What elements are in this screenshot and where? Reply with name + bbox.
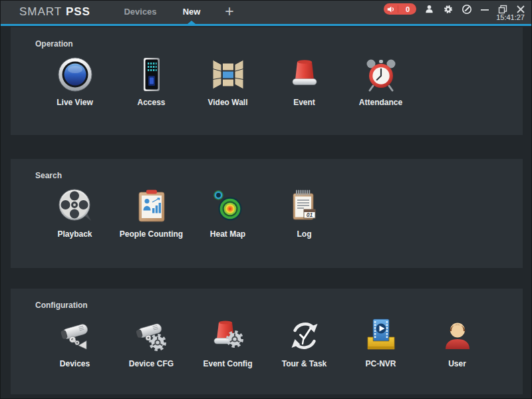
app-item-event[interactable]: Event	[266, 56, 342, 107]
system-clock: 15:41:27	[496, 13, 525, 21]
app-item-label: Live View	[57, 98, 92, 107]
app-item-access[interactable]: Access	[113, 56, 190, 107]
active-tab-notch	[188, 21, 196, 24]
heat-map-icon	[209, 188, 247, 225]
app-item-devices[interactable]: Devices	[37, 317, 113, 368]
speaker-icon	[385, 3, 396, 15]
people-counting-icon	[133, 188, 170, 225]
section-configuration: Configuration Devices Device CFG Event C…	[11, 289, 523, 394]
app-item-label: Access	[137, 98, 165, 107]
app-item-label: Log	[297, 229, 312, 239]
app-item-heat-map[interactable]: Heat Map	[190, 188, 266, 239]
app-item-label: Playback	[57, 229, 92, 239]
app-item-pc-nvr[interactable]: PC-NVR	[342, 317, 419, 368]
section-items-row: Live View Access Video Wall Event Attend…	[11, 56, 523, 107]
user-icon[interactable]	[424, 3, 435, 15]
attendance-icon	[362, 56, 400, 93]
minimize-button[interactable]	[479, 4, 490, 15]
section-title: Search	[11, 159, 523, 181]
network-gauge-icon[interactable]	[461, 3, 472, 15]
live-view-icon	[57, 56, 94, 93]
smartpss-window: SMART PSS Devices New + 0	[0, 0, 532, 399]
app-item-label: Tour & Task	[282, 359, 327, 368]
device-cfg-icon	[133, 317, 170, 354]
app-item-people-counting[interactable]: People Counting	[113, 188, 190, 239]
app-item-label: User	[448, 359, 466, 368]
section-title: Operation	[11, 27, 523, 49]
logo-pss: PSS	[66, 5, 90, 18]
alarm-divider	[398, 5, 398, 13]
video-wall-icon	[209, 56, 247, 93]
event-icon	[286, 56, 323, 93]
section-items-row: Playback People Counting Heat Map 01Log	[11, 188, 523, 239]
svg-text:01: 01	[306, 211, 313, 218]
event-config-icon	[209, 317, 247, 354]
home-content: Operation Live View Access Video Wall Ev…	[1, 26, 531, 399]
settings-gear-icon[interactable]	[442, 3, 454, 15]
tab-devices[interactable]: Devices	[117, 7, 164, 17]
user-avatar-icon	[439, 317, 476, 354]
pc-nvr-icon	[362, 317, 400, 354]
tab-new[interactable]: New	[174, 7, 209, 17]
playback-icon	[57, 188, 94, 225]
app-item-label: Video Wall	[207, 98, 247, 107]
app-item-playback[interactable]: Playback	[37, 188, 113, 239]
alarm-count: 0	[400, 5, 415, 13]
log-icon: 01	[286, 188, 323, 225]
app-logo: SMART PSS	[19, 5, 90, 19]
app-item-live-view[interactable]: Live View	[37, 56, 113, 107]
app-item-label: Device CFG	[129, 359, 174, 368]
logo-smart: SMART	[19, 5, 62, 18]
section-title: Configuration	[11, 289, 523, 311]
access-icon	[133, 56, 170, 93]
app-item-label: Event Config	[203, 359, 253, 368]
section-items-row: Devices Device CFG Event Config Tour & T…	[11, 317, 523, 368]
tour-task-icon	[286, 317, 323, 354]
titlebar: SMART PSS Devices New + 0	[1, 1, 531, 24]
app-item-event-config[interactable]: Event Config	[190, 317, 266, 368]
app-item-attendance[interactable]: Attendance	[342, 56, 419, 107]
add-tab-button[interactable]: +	[221, 3, 237, 20]
app-item-label: Devices	[60, 359, 90, 368]
section-search: Search Playback People Counting Heat Map…	[11, 159, 523, 268]
app-item-log[interactable]: 01Log	[266, 188, 342, 239]
app-item-label: People Counting	[120, 229, 183, 239]
app-item-label: PC-NVR	[365, 359, 396, 368]
app-item-video-wall[interactable]: Video Wall	[190, 56, 266, 107]
app-item-tour-task[interactable]: Tour & Task	[266, 317, 342, 368]
app-item-user[interactable]: User	[419, 317, 495, 368]
devices-icon	[57, 317, 94, 354]
app-item-label: Event	[293, 98, 315, 107]
app-item-label: Attendance	[359, 98, 402, 107]
alarm-badge[interactable]: 0	[384, 3, 416, 15]
section-operation: Operation Live View Access Video Wall Ev…	[11, 27, 523, 135]
app-item-device-cfg[interactable]: Device CFG	[113, 317, 190, 368]
app-item-label: Heat Map	[210, 229, 245, 239]
